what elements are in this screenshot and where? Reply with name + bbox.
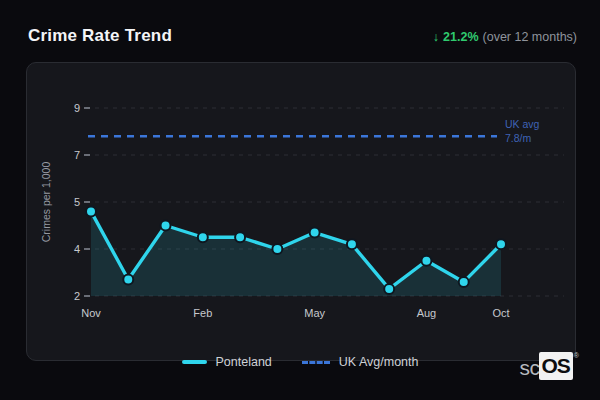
y-tick-label: 9 (74, 102, 80, 114)
solid-line-swatch-icon (182, 360, 207, 364)
crime-trend-line-chart: 24579Crimes per 1,000NovFebMayAugOctUK a… (0, 0, 600, 400)
chart-legend: Ponteland UK Avg/month (0, 353, 600, 371)
data-point-may[interactable] (310, 228, 320, 238)
data-point-jan[interactable] (161, 221, 171, 231)
data-point-nov[interactable] (86, 206, 96, 216)
data-point-apr[interactable] (272, 244, 282, 254)
dashed-line-swatch-icon (302, 361, 330, 364)
scos-logo: sc OS ® (519, 352, 579, 380)
x-tick-label: Nov (81, 307, 101, 319)
y-tick-label: 7 (74, 149, 80, 161)
crime-rate-widget: Crime Rate Trend ↓ 21.2% (over 12 months… (0, 0, 600, 400)
legend-item-ponteland[interactable]: Ponteland (182, 355, 272, 369)
x-tick-label: Aug (417, 307, 437, 319)
uk-avg-value-label: 7.8/m (505, 132, 532, 144)
data-point-jun[interactable] (347, 239, 357, 249)
legend-label: Ponteland (216, 355, 272, 369)
registered-mark: ® (574, 352, 579, 359)
y-tick-label: 4 (74, 243, 80, 255)
legend-label: UK Avg/month (339, 355, 419, 369)
legend-item-uk-avg[interactable]: UK Avg/month (302, 355, 419, 369)
y-axis-title: Crimes per 1,000 (40, 162, 52, 243)
data-point-oct[interactable] (496, 239, 506, 249)
data-point-aug[interactable] (421, 256, 431, 266)
data-point-dec[interactable] (123, 275, 133, 285)
y-tick-label: 5 (74, 196, 80, 208)
brand-suffix: OS (539, 352, 572, 380)
brand-prefix: sc (519, 352, 539, 378)
data-point-sep[interactable] (459, 277, 469, 287)
uk-avg-label: UK avg (505, 118, 540, 130)
x-tick-label: Feb (193, 307, 212, 319)
data-point-mar[interactable] (235, 232, 245, 242)
y-tick-label: 2 (74, 290, 80, 302)
area-fill (91, 211, 501, 296)
data-point-jul[interactable] (384, 284, 394, 294)
x-tick-label: May (304, 307, 325, 319)
x-tick-label: Oct (492, 307, 509, 319)
data-point-feb[interactable] (198, 232, 208, 242)
